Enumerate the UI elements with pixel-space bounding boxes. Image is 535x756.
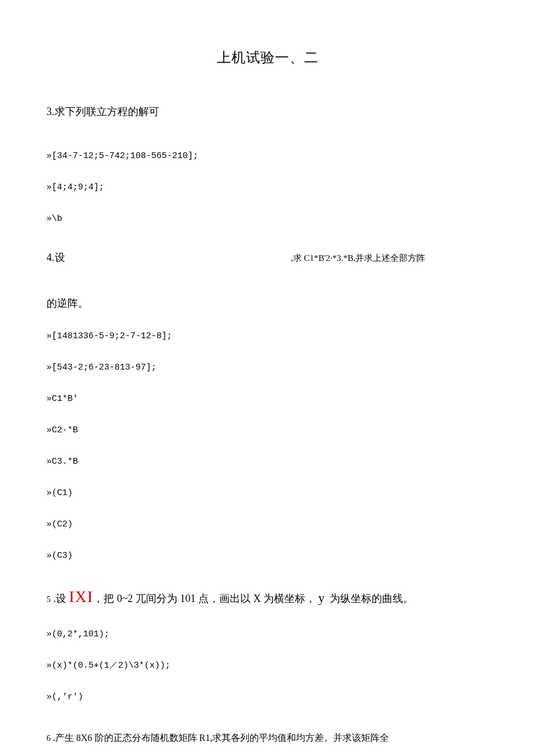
q6-heading: 6 .产生 8X6 阶的正态分布随机数矩阵 R1,求其各列的平均值和均方差。并求… [47,730,488,746]
q3-code-line: »[4;4;9;4]; [47,181,488,195]
q4-heading-2: 的逆阵。 [47,295,488,312]
q5-code-line: »(x)*(0.5+(1／2)\3*(x)); [47,659,488,673]
q5-ixi: IXI [69,587,94,605]
q5-text-c: 为纵坐标的曲线。 [327,593,413,604]
q6-num: 6 [47,734,51,743]
q5-text-a: .设 [51,593,69,604]
q5-y: y [318,590,324,605]
q3-code-line: »[34-7-12;5-742;108-565-210]; [47,149,488,163]
q3-heading: 3.求下列联立方程的解可 [47,103,488,120]
q5-heading: 5 .设 IXI，把 0~2 兀间分为 101 点，画出以 X 为横坐标，y 为… [47,584,488,610]
q4-heading-right: ,求 C1*B'2·*3.*B,并求上述全部方阵 [291,251,488,265]
q4-code-line: »[543-2;6-23-813-97]; [47,361,488,375]
q4-code-line: »(C1) [47,486,488,500]
q4-code-line: »(C2) [47,518,488,532]
q6-text: .产生 8X6 阶的正态分布随机数矩阵 R1,求其各列的平均值和均方差。并求该矩… [51,733,389,743]
q3-code-line: »\b [47,212,488,226]
page-title: 上机试验一、二 [47,46,488,69]
q5-code-line: »(0,2*,101); [47,628,488,642]
q5-text-b: ，把 0~2 兀间分为 101 点，画出以 X 为横坐标， [93,593,316,604]
q4-code-line: »C1*B' [47,392,488,406]
q4-heading-row: 4.设 ,求 C1*B'2·*3.*B,并求上述全部方阵 [47,249,488,266]
q4-code-line: »C2·*B [47,424,488,438]
q4-heading-left: 4.设 [47,249,291,266]
q4-code-line: »(C3) [47,549,488,563]
q5-num: 5 [47,595,51,604]
q4-code-line: »[1481336-5-9;2-7-12-8]; [47,329,488,343]
q4-code-line: »C3.*B [47,455,488,469]
q5-code-line: »(,'r') [47,690,488,704]
